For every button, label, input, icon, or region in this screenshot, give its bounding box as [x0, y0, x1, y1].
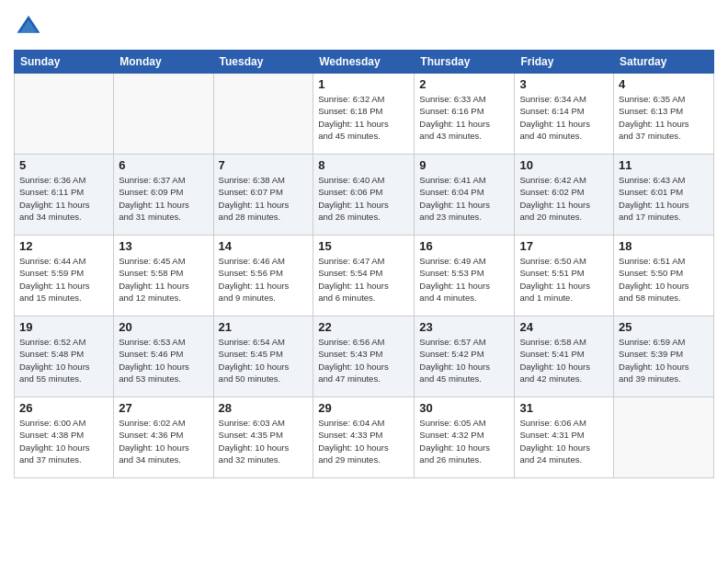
calendar-cell: 7Sunrise: 6:38 AM Sunset: 6:07 PM Daylig… [213, 155, 313, 236]
week-row-4: 19Sunrise: 6:52 AM Sunset: 5:48 PM Dayli… [15, 316, 714, 397]
day-number: 9 [419, 158, 509, 172]
day-number: 25 [619, 320, 709, 334]
calendar-cell: 8Sunrise: 6:40 AM Sunset: 6:06 PM Daylig… [313, 155, 415, 236]
day-info: Sunrise: 6:56 AM Sunset: 5:43 PM Dayligh… [318, 336, 409, 385]
day-number: 15 [318, 239, 409, 253]
calendar-cell: 5Sunrise: 6:36 AM Sunset: 6:11 PM Daylig… [15, 155, 114, 236]
calendar-cell: 30Sunrise: 6:05 AM Sunset: 4:32 PM Dayli… [415, 397, 515, 478]
calendar-cell: 3Sunrise: 6:34 AM Sunset: 6:14 PM Daylig… [515, 74, 614, 155]
day-info: Sunrise: 6:44 AM Sunset: 5:59 PM Dayligh… [19, 255, 108, 304]
day-info: Sunrise: 6:34 AM Sunset: 6:14 PM Dayligh… [519, 93, 609, 142]
day-info: Sunrise: 6:57 AM Sunset: 5:42 PM Dayligh… [419, 336, 509, 385]
day-info: Sunrise: 6:00 AM Sunset: 4:38 PM Dayligh… [19, 417, 108, 465]
day-number: 16 [419, 239, 509, 253]
day-number: 24 [519, 320, 609, 334]
day-number: 2 [419, 77, 509, 91]
day-info: Sunrise: 6:37 AM Sunset: 6:09 PM Dayligh… [119, 174, 208, 223]
calendar-cell: 27Sunrise: 6:02 AM Sunset: 4:36 PM Dayli… [114, 397, 213, 478]
calendar-cell: 4Sunrise: 6:35 AM Sunset: 6:13 PM Daylig… [614, 74, 714, 155]
day-info: Sunrise: 6:51 AM Sunset: 5:50 PM Dayligh… [619, 255, 709, 304]
calendar-cell: 28Sunrise: 6:03 AM Sunset: 4:35 PM Dayli… [213, 397, 313, 478]
day-info: Sunrise: 6:58 AM Sunset: 5:41 PM Dayligh… [519, 336, 609, 385]
day-info: Sunrise: 6:59 AM Sunset: 5:39 PM Dayligh… [619, 336, 709, 385]
day-info: Sunrise: 6:41 AM Sunset: 6:04 PM Dayligh… [419, 174, 509, 223]
calendar-cell: 11Sunrise: 6:43 AM Sunset: 6:01 PM Dayli… [614, 155, 714, 236]
calendar-cell: 10Sunrise: 6:42 AM Sunset: 6:02 PM Dayli… [515, 155, 614, 236]
day-info: Sunrise: 6:35 AM Sunset: 6:13 PM Dayligh… [619, 93, 709, 142]
day-number: 30 [419, 401, 509, 415]
day-info: Sunrise: 6:50 AM Sunset: 5:51 PM Dayligh… [519, 255, 609, 304]
calendar-cell [114, 74, 213, 155]
week-row-2: 5Sunrise: 6:36 AM Sunset: 6:11 PM Daylig… [15, 155, 714, 236]
calendar-cell: 14Sunrise: 6:46 AM Sunset: 5:56 PM Dayli… [213, 236, 313, 316]
day-number: 29 [318, 401, 409, 415]
day-number: 22 [318, 320, 409, 334]
day-number: 27 [119, 401, 208, 415]
calendar-cell: 23Sunrise: 6:57 AM Sunset: 5:42 PM Dayli… [415, 316, 515, 397]
day-number: 19 [19, 320, 108, 334]
main-container: SundayMondayTuesdayWednesdayThursdayFrid… [0, 0, 728, 488]
day-number: 4 [619, 77, 709, 91]
day-number: 14 [219, 239, 309, 253]
calendar-cell: 1Sunrise: 6:32 AM Sunset: 6:18 PM Daylig… [313, 74, 415, 155]
day-number: 23 [419, 320, 509, 334]
calendar-cell: 16Sunrise: 6:49 AM Sunset: 5:53 PM Dayli… [415, 236, 515, 316]
day-number: 11 [619, 158, 709, 172]
calendar-cell: 9Sunrise: 6:41 AM Sunset: 6:04 PM Daylig… [415, 155, 515, 236]
logo [14, 13, 41, 42]
day-info: Sunrise: 6:04 AM Sunset: 4:33 PM Dayligh… [318, 417, 409, 465]
day-info: Sunrise: 6:32 AM Sunset: 6:18 PM Dayligh… [318, 93, 409, 142]
day-number: 8 [318, 158, 409, 172]
day-number: 1 [318, 77, 409, 91]
day-info: Sunrise: 6:38 AM Sunset: 6:07 PM Dayligh… [219, 174, 309, 223]
day-number: 6 [119, 158, 208, 172]
day-info: Sunrise: 6:52 AM Sunset: 5:48 PM Dayligh… [19, 336, 108, 385]
calendar-cell: 31Sunrise: 6:06 AM Sunset: 4:31 PM Dayli… [515, 397, 614, 478]
day-info: Sunrise: 6:47 AM Sunset: 5:54 PM Dayligh… [318, 255, 409, 304]
weekday-header-monday: Monday [114, 51, 213, 74]
day-number: 31 [519, 401, 609, 415]
calendar-cell: 21Sunrise: 6:54 AM Sunset: 5:45 PM Dayli… [213, 316, 313, 397]
calendar-cell: 18Sunrise: 6:51 AM Sunset: 5:50 PM Dayli… [614, 236, 714, 316]
weekday-header-wednesday: Wednesday [313, 51, 415, 74]
day-info: Sunrise: 6:03 AM Sunset: 4:35 PM Dayligh… [219, 417, 309, 465]
calendar-cell: 6Sunrise: 6:37 AM Sunset: 6:09 PM Daylig… [114, 155, 213, 236]
logo-icon [16, 13, 41, 39]
day-number: 13 [119, 239, 208, 253]
calendar-cell: 13Sunrise: 6:45 AM Sunset: 5:58 PM Dayli… [114, 236, 213, 316]
day-info: Sunrise: 6:02 AM Sunset: 4:36 PM Dayligh… [119, 417, 208, 465]
calendar-cell: 24Sunrise: 6:58 AM Sunset: 5:41 PM Dayli… [515, 316, 614, 397]
weekday-header-friday: Friday [515, 51, 614, 74]
calendar-cell: 15Sunrise: 6:47 AM Sunset: 5:54 PM Dayli… [313, 236, 415, 316]
day-number: 21 [219, 320, 309, 334]
calendar-cell: 26Sunrise: 6:00 AM Sunset: 4:38 PM Dayli… [15, 397, 114, 478]
day-info: Sunrise: 6:42 AM Sunset: 6:02 PM Dayligh… [519, 174, 609, 223]
day-info: Sunrise: 6:33 AM Sunset: 6:16 PM Dayligh… [419, 93, 509, 142]
day-number: 26 [19, 401, 108, 415]
day-number: 28 [219, 401, 309, 415]
calendar-table: SundayMondayTuesdayWednesdayThursdayFrid… [14, 50, 714, 478]
weekday-header-sunday: Sunday [15, 51, 114, 74]
weekday-header-tuesday: Tuesday [213, 51, 313, 74]
header [14, 9, 714, 42]
calendar-cell [15, 74, 114, 155]
calendar-cell: 2Sunrise: 6:33 AM Sunset: 6:16 PM Daylig… [415, 74, 515, 155]
day-info: Sunrise: 6:05 AM Sunset: 4:32 PM Dayligh… [419, 417, 509, 465]
day-number: 5 [19, 158, 108, 172]
calendar-cell [614, 397, 714, 478]
day-number: 7 [219, 158, 309, 172]
day-info: Sunrise: 6:46 AM Sunset: 5:56 PM Dayligh… [219, 255, 309, 304]
day-number: 12 [19, 239, 108, 253]
day-number: 17 [519, 239, 609, 253]
day-number: 20 [119, 320, 208, 334]
weekday-header-saturday: Saturday [614, 51, 714, 74]
day-number: 18 [619, 239, 709, 253]
calendar-cell: 22Sunrise: 6:56 AM Sunset: 5:43 PM Dayli… [313, 316, 415, 397]
day-number: 10 [519, 158, 609, 172]
week-row-5: 26Sunrise: 6:00 AM Sunset: 4:38 PM Dayli… [15, 397, 714, 478]
calendar-cell: 17Sunrise: 6:50 AM Sunset: 5:51 PM Dayli… [515, 236, 614, 316]
day-info: Sunrise: 6:54 AM Sunset: 5:45 PM Dayligh… [219, 336, 309, 385]
day-info: Sunrise: 6:36 AM Sunset: 6:11 PM Dayligh… [19, 174, 108, 223]
day-info: Sunrise: 6:45 AM Sunset: 5:58 PM Dayligh… [119, 255, 208, 304]
week-row-3: 12Sunrise: 6:44 AM Sunset: 5:59 PM Dayli… [15, 236, 714, 316]
